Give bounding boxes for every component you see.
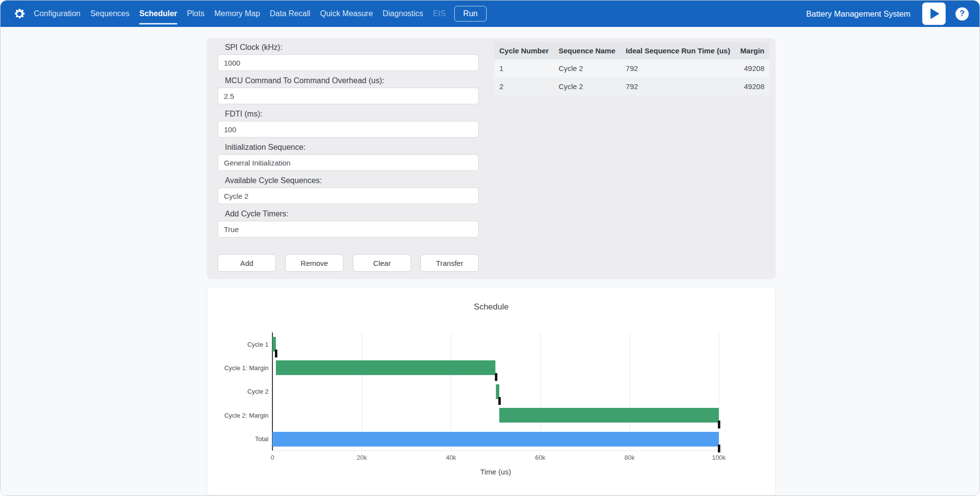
gridline [719, 332, 719, 450]
chart-row-total: Total [272, 427, 719, 451]
y-category-label: Cycle 1 [247, 332, 269, 356]
col-header-ideal-sequence-run-time-us: Ideal Sequence Run Time (us) [621, 42, 735, 59]
x-tick-label: 60k [535, 454, 545, 461]
chart-bar-cycle-1-margin [276, 360, 495, 375]
form-field-spi-clock-khz: SPI Clock (kHz): [218, 43, 479, 71]
table-row[interactable]: 2Cycle 279249208 [494, 77, 769, 95]
form-field-add-cycle-timers: Add Cycle Timers: [218, 210, 479, 237]
bar-end-marker [498, 397, 501, 405]
scheduler-form: SPI Clock (kHz):MCU Command To Command O… [218, 43, 479, 243]
app-title: Battery Management System [806, 9, 910, 19]
field-label: FDTI (ms): [225, 110, 479, 118]
x-axis-label: Time (us) [272, 468, 719, 476]
cycle-table: Cycle NumberSequence NameIdeal Sequence … [494, 42, 769, 95]
nav-item-eis[interactable]: EIS [433, 0, 446, 27]
schedule-gantt-plot: Cycle 1Cycle 1: MarginCycle 2Cycle 2: Ma… [272, 332, 719, 451]
main-content: SPI Clock (kHz):MCU Command To Command O… [0, 27, 980, 496]
nav-item-data-recall[interactable]: Data Recall [270, 0, 311, 27]
schedule-chart-card: Schedule Cycle 1Cycle 1: MarginCycle 2Cy… [207, 287, 776, 496]
nav-item-sequences[interactable]: Sequences [90, 0, 129, 27]
y-category-label: Cycle 2: Margin [224, 403, 269, 427]
y-category-label: Cycle 1: Margin [224, 356, 269, 379]
top-nav: ConfigurationSequencesSchedulerPlotsMemo… [0, 0, 980, 27]
x-tick-label: 40k [446, 454, 456, 461]
chart-bar-cycle-2-margin [499, 408, 719, 423]
field-input-available-cycle-sequences[interactable] [218, 188, 479, 204]
field-label: Initialization Sequence: [225, 143, 479, 152]
form-field-fdti-ms: FDTI (ms): [218, 110, 479, 138]
table-row[interactable]: 1Cycle 279249208 [494, 59, 769, 77]
x-tick-label: 0 [270, 454, 274, 461]
table-cell: 792 [621, 59, 735, 77]
form-field-mcu-command-to-command-overhead-us: MCU Command To Command Overhead (us): [218, 76, 479, 104]
table-cell: 2 [494, 77, 554, 95]
col-header-sequence-name: Sequence Name [554, 42, 621, 59]
nav-item-memory-map[interactable]: Memory Map [214, 0, 260, 27]
nav-item-quick-measure[interactable]: Quick Measure [320, 0, 373, 27]
gear-icon[interactable] [11, 6, 27, 22]
field-input-add-cycle-timers[interactable] [218, 221, 479, 237]
y-category-label: Total [255, 427, 269, 451]
nav-item-diagnostics[interactable]: Diagnostics [383, 0, 423, 27]
col-header-cycle-number: Cycle Number [494, 42, 554, 59]
col-header-margin: Margin [735, 42, 769, 59]
x-tick-label: 100k [712, 454, 726, 461]
table-cell: Cycle 2 [554, 77, 621, 95]
clear-button[interactable]: Clear [353, 254, 411, 272]
y-category-label: Cycle 2 [247, 380, 269, 403]
help-icon[interactable]: ? [956, 7, 969, 21]
cycle-table-container: Cycle NumberSequence NameIdeal Sequence … [494, 42, 769, 95]
form-button-row: AddRemoveClearTransfer [218, 254, 479, 272]
field-input-fdti-ms[interactable] [218, 121, 479, 138]
nav-item-plots[interactable]: Plots [187, 0, 205, 27]
x-tick-label: 20k [357, 454, 367, 461]
chart-row-cycle-1-margin: Cycle 1: Margin [272, 356, 719, 379]
table-cell: 1 [494, 59, 554, 77]
remove-button[interactable]: Remove [285, 254, 343, 272]
play-icon [931, 8, 939, 19]
run-button[interactable]: Run [454, 6, 486, 22]
field-label: SPI Clock (kHz): [225, 43, 479, 52]
nav-menu: ConfigurationSequencesSchedulerPlotsMemo… [34, 0, 445, 27]
table-cell: 49208 [735, 77, 769, 95]
field-input-mcu-command-to-command-overhead-us[interactable] [218, 88, 479, 104]
table-cell: 792 [621, 77, 735, 95]
nav-item-scheduler[interactable]: Scheduler [139, 0, 177, 27]
form-field-available-cycle-sequences: Available Cycle Sequences: [218, 176, 479, 204]
table-cell: 49208 [735, 59, 769, 77]
play-button[interactable] [922, 2, 946, 25]
table-cell: Cycle 2 [554, 59, 621, 77]
form-field-initialization-sequence: Initialization Sequence: [218, 143, 479, 171]
app-window: ConfigurationSequencesSchedulerPlotsMemo… [0, 0, 980, 496]
bar-end-marker [718, 445, 720, 452]
bar-end-marker [718, 421, 720, 428]
bar-end-marker [275, 350, 277, 357]
x-axis-ticks: 020k40k60k80k100k [272, 454, 719, 463]
nav-item-configuration[interactable]: Configuration [34, 0, 80, 27]
x-tick-label: 80k [624, 454, 635, 461]
field-label: MCU Command To Command Overhead (us): [225, 76, 479, 85]
add-button[interactable]: Add [218, 254, 276, 272]
chart-bar-total [272, 432, 719, 447]
transfer-button[interactable]: Transfer [420, 254, 479, 272]
field-label: Add Cycle Timers: [225, 210, 479, 218]
chart-row-cycle-2-margin: Cycle 2: Margin [272, 403, 719, 427]
chart-title: Schedule [207, 302, 775, 312]
chart-row-cycle-1: Cycle 1 [272, 332, 719, 356]
field-label: Available Cycle Sequences: [225, 176, 479, 185]
bar-end-marker [495, 373, 497, 381]
field-input-initialization-sequence[interactable] [218, 154, 479, 171]
scheduler-config-panel: SPI Clock (kHz):MCU Command To Command O… [207, 38, 776, 279]
field-input-spi-clock-khz[interactable] [218, 54, 479, 71]
chart-row-cycle-2: Cycle 2 [272, 380, 719, 403]
